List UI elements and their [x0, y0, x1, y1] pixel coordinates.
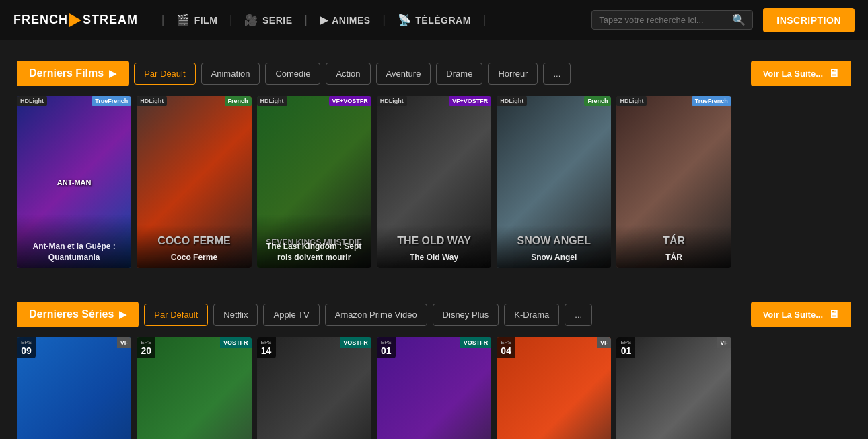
filter-comedie[interactable]: Comedie: [265, 63, 320, 85]
filter-animation[interactable]: Animation: [201, 63, 260, 85]
movies-grid: ANT-MAN HDLight TrueFrench Ant-Man et la…: [17, 96, 851, 268]
filter-aventure[interactable]: Aventure: [376, 63, 431, 85]
series-eps-label-6: EPS: [620, 339, 631, 345]
movie-card-cocoferme[interactable]: COCO FERME HDLight French Coco Ferme: [137, 96, 251, 268]
series-filter-netflix[interactable]: Netflix: [213, 304, 258, 326]
oldway-overlay: The Old Way: [377, 226, 491, 269]
series-see-more-button[interactable]: Voir La Suite... 🖥: [751, 302, 851, 327]
series-filter-kdrama[interactable]: K-Drama: [504, 304, 559, 326]
search-icon[interactable]: 🔍: [732, 13, 746, 26]
snowangel-overlay: Snow Angel: [497, 226, 611, 269]
series-eps-number-4: 01: [381, 345, 392, 356]
movie-card-oldway[interactable]: THE OLD WAY HDLight VF+VOSTFR The Old Wa…: [377, 96, 491, 268]
nav-sep-4: |: [383, 14, 386, 26]
nav-animes[interactable]: ▶ ANIMES: [314, 10, 376, 30]
logo-french: FRENCH: [13, 13, 68, 27]
series-section: Dernieres Séries ▶ Par Défault Netflix A…: [0, 288, 868, 439]
series-chevron-icon: ▶: [119, 309, 126, 320]
filter-action[interactable]: Action: [326, 63, 370, 85]
telegram-icon: 📡: [398, 13, 412, 26]
poster-text-antman: ANT-MAN: [54, 178, 95, 187]
series-eps-badge-4: EPS 01: [377, 337, 396, 358]
logo-stream: STREAM: [83, 13, 138, 27]
inscription-button[interactable]: INSCRIPTION: [763, 8, 855, 32]
animes-icon: ▶: [320, 13, 328, 26]
series-eps-badge-3: EPS 14: [257, 337, 276, 358]
series-card-1[interactable]: EPS 09 VF: [17, 337, 131, 439]
snowangel-badges: HDLight French: [497, 96, 611, 106]
site-header: FRENCH STREAM | 🎬 FILM | 🎥 SERIE | ▶ ANI…: [0, 0, 868, 40]
series-title: Dernieres Séries: [29, 308, 114, 320]
antman-hd-badge: HDLight: [17, 96, 47, 106]
filter-horreur[interactable]: Horreur: [488, 63, 538, 85]
series-filter-apple[interactable]: Apple TV: [263, 304, 319, 326]
series-card-4[interactable]: NDSPOTTING EPS 01 VOSTFR: [377, 337, 491, 439]
nav-telegram[interactable]: 📡 TÉLÉGRAM: [392, 10, 476, 30]
nav-telegram-label: TÉLÉGRAM: [415, 15, 471, 26]
series-lang-badge-3: VOSTFR: [340, 337, 371, 348]
lastkingdom-lang-badge: VF+VOSTFR: [329, 96, 371, 106]
series-filter-par-defaut[interactable]: Par Défault: [144, 304, 208, 326]
movie-card-lastkingdom[interactable]: SEVEN KINGS MUST DIE HDLight VF+VOSTFR T…: [257, 96, 371, 268]
lastkingdom-badges: HDLight VF+VOSTFR: [257, 96, 371, 106]
derniers-films-button[interactable]: Derniers Films ▶: [17, 61, 129, 86]
logo[interactable]: FRENCH STREAM: [13, 13, 138, 27]
main-nav: | 🎬 FILM | 🎥 SERIE | ▶ ANIMES | 📡 TÉLÉGR…: [158, 10, 591, 30]
series-eps-number-1: 09: [21, 345, 32, 356]
serie-icon: 🎥: [244, 13, 258, 26]
cocoferme-title: Coco Ferme: [142, 252, 246, 263]
cocoferme-overlay: Coco Ferme: [137, 226, 251, 269]
series-see-more-label: Voir La Suite...: [763, 310, 823, 320]
series-eps-number-5: 04: [501, 345, 511, 356]
film-icon: 🎬: [176, 13, 190, 26]
films-section-header: Derniers Films ▶ Par Déault Animation Co…: [17, 61, 851, 86]
movie-card-tar[interactable]: TÁR HDLight TrueFrench TÁR: [616, 96, 731, 268]
snowangel-title: Snow Angel: [502, 252, 606, 263]
cocoferme-hd-badge: HDLight: [137, 96, 167, 106]
nav-film-label: FILM: [194, 15, 218, 26]
nav-sep-5: |: [483, 14, 486, 26]
lastkingdom-title: The Last Kingdom : Sept rois doivent mou…: [262, 242, 366, 263]
series-filter-disney[interactable]: Disney Plus: [433, 304, 499, 326]
search-input[interactable]: [599, 15, 732, 25]
series-eps-label-1: EPS: [21, 339, 32, 345]
series-card-5[interactable]: EPS 04 VF: [497, 337, 611, 439]
series-eps-badge-6: EPS 01: [616, 337, 635, 358]
series-lang-badge-2: VOSTFR: [220, 337, 252, 348]
filter-more[interactable]: ...: [543, 63, 571, 85]
series-eps-badge-1: EPS 09: [17, 337, 36, 358]
movie-card-snowangel[interactable]: SNOW ANGEL HDLight French Snow Angel: [497, 96, 611, 268]
filter-par-defaut[interactable]: Par Déault: [134, 63, 195, 85]
series-filter-more[interactable]: ...: [565, 304, 592, 326]
series-card-6[interactable]: A BLACK LADY SKETCH SHOW EPS 01 VF: [616, 337, 731, 439]
series-filter-amazon[interactable]: Amazon Prime Video: [325, 304, 427, 326]
oldway-title: The Old Way: [382, 252, 486, 263]
dernieres-series-button[interactable]: Dernieres Séries ▶: [17, 302, 139, 327]
cocoferme-lang-badge: French: [225, 96, 252, 106]
nav-film[interactable]: 🎬 FILM: [171, 10, 223, 30]
series-eps-label-5: EPS: [501, 339, 511, 345]
nav-serie[interactable]: 🎥 SERIE: [239, 10, 297, 30]
series-eps-label-3: EPS: [261, 339, 272, 345]
series-eps-badge-5: EPS 04: [497, 337, 515, 358]
tar-title: TÁR: [622, 252, 725, 263]
series-eps-number-2: 20: [141, 345, 152, 356]
snowangel-hd-badge: HDLight: [497, 96, 527, 106]
movie-card-antman[interactable]: ANT-MAN HDLight TrueFrench Ant-Man et la…: [17, 96, 131, 268]
antman-lang-badge: TrueFrench: [92, 96, 131, 106]
logo-arrow-icon: [69, 13, 81, 27]
filter-drame[interactable]: Drame: [436, 63, 482, 85]
films-see-more-button[interactable]: Voir La Suite... 🖥: [751, 61, 851, 86]
see-more-icon: 🖥: [828, 67, 839, 79]
oldway-hd-badge: HDLight: [377, 96, 407, 106]
series-lang-badge-6: VF: [717, 337, 731, 348]
search-area[interactable]: 🔍: [591, 10, 753, 30]
series-card-2[interactable]: EPS 20 VOSTFR: [137, 337, 251, 439]
nav-serie-label: SERIE: [262, 15, 293, 26]
antman-badges: HDLight TrueFrench: [17, 96, 131, 106]
tar-hd-badge: HDLight: [616, 96, 647, 106]
nav-sep-1: |: [161, 14, 164, 26]
series-card-3[interactable]: EPS 14 VOSTFR: [257, 337, 371, 439]
antman-title: Ant-Man et la Guêpe : Quantumania: [22, 242, 126, 263]
series-grid: EPS 09 VF EPS 20 VOSTFR EPS 14 VOSTFR: [17, 337, 851, 439]
